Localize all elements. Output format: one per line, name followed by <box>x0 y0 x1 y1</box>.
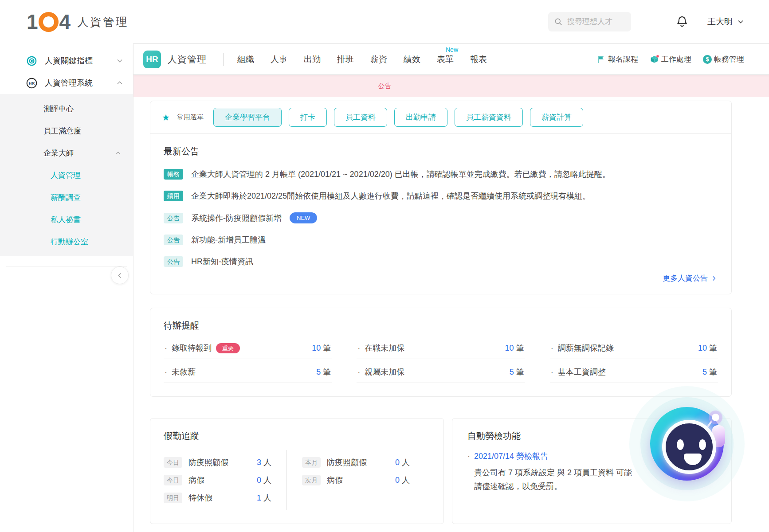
attendance-count[interactable]: 1 人 <box>257 493 271 503</box>
news-section: 最新公告 帳務 企業大師人資管理的 2 月帳單 (2021/01/21 ~ 20… <box>150 134 731 294</box>
bullet: · <box>551 344 553 353</box>
bell-icon[interactable] <box>675 15 689 29</box>
sidebar-item-hr-kpi[interactable]: 人資關鍵指標 <box>0 50 133 72</box>
news-badge-billing: 帳務 <box>164 169 183 180</box>
submenu-label: 測評中心 <box>43 104 74 114</box>
todo-count[interactable]: 5 筆 <box>702 367 717 377</box>
nav-item-performance[interactable]: 績效 <box>404 54 420 65</box>
nav-link-billing[interactable]: $ 帳務管理 <box>703 54 744 64</box>
navbar-title: 人資管理 <box>168 53 207 66</box>
news-title: 最新公告 <box>164 145 718 157</box>
attendance-col-month: 本月 防疫照顧假 0 人 次月 病假 0 人 <box>302 450 430 510</box>
nav-item-label: 表單 <box>437 55 454 64</box>
news-item: 續用 企業大師即將於2021/02/25開始依使用模組及人數進行收費，請點這裡，… <box>164 191 718 201</box>
submenu-group-enterprise-master[interactable]: 企業大師 <box>0 142 133 164</box>
attendance-row: 今日 防疫照顧假 3 人 <box>164 457 271 468</box>
submenu-item-private-secretary[interactable]: 私人祕書 <box>0 208 133 231</box>
todo-grid: · 錄取待報到 重要 10 筆 · 在職未加保 10 筆 · 調薪無調保記錄 1… <box>164 335 718 383</box>
quick-button-employee-salary[interactable]: 員工薪資資料 <box>455 108 523 127</box>
robot-antenna-ball <box>712 414 719 421</box>
todo-row: · 未敘薪 5 筆 <box>164 359 332 383</box>
attendance-label: 病假 <box>327 475 343 485</box>
todo-label: 調薪無調保記錄 <box>558 343 614 353</box>
month-tag: 次月 <box>302 475 321 485</box>
box-icon <box>650 55 659 64</box>
todo-label: 錄取待報到 <box>172 343 212 353</box>
nav-link-task-handling[interactable]: 工作處理 <box>650 54 691 64</box>
submenu-item-employee-satisfaction[interactable]: 員工滿意度 <box>0 120 133 142</box>
nav-item-payroll[interactable]: 薪資 <box>370 54 387 65</box>
bullet: · <box>357 368 360 377</box>
search-icon <box>554 17 563 26</box>
submenu-label: 薪酬調查 <box>51 192 81 203</box>
sidebar-collapse-button[interactable] <box>111 266 129 284</box>
nav-item-scheduling[interactable]: 排班 <box>337 54 354 65</box>
submenu-item-assessment-center[interactable]: 測評中心 <box>0 98 133 120</box>
sidebar-item-hr-system[interactable]: HR 人資管理系統 <box>0 72 133 94</box>
todo-count[interactable]: 10 筆 <box>312 343 331 353</box>
attendance-label: 防疫照顧假 <box>188 457 228 468</box>
todo-count[interactable]: 10 筆 <box>505 343 524 353</box>
chevron-up-icon <box>116 79 123 86</box>
hr-circle-icon: HR <box>26 77 38 89</box>
news-badge-notice: 公告 <box>164 213 183 223</box>
attendance-columns: 今日 防疫照顧假 3 人 今日 病假 0 人 明日 特休 <box>164 450 430 510</box>
more-announcements-link[interactable]: 更多人資公告 <box>663 273 717 283</box>
attendance-count[interactable]: 3 人 <box>257 457 271 468</box>
column-divider <box>286 450 287 510</box>
user-menu[interactable]: 王大明 <box>707 16 744 27</box>
logo-product-name: 人資管理 <box>77 15 129 29</box>
news-text[interactable]: 系統操作-防疫照顧假新增 <box>191 213 282 223</box>
quick-button-learning-platform[interactable]: 企業學習平台 <box>213 108 282 127</box>
nav-item-attendance[interactable]: 出勤 <box>304 54 321 65</box>
attendance-row: 次月 病假 0 人 <box>302 475 410 485</box>
news-text[interactable]: HR新知-疫情資訊 <box>191 256 253 267</box>
announcement-banner[interactable]: 公告 <box>133 75 769 97</box>
news-item: 公告 新功能-新增員工體溫 <box>164 235 718 245</box>
month-tag: 本月 <box>302 457 321 468</box>
todo-count[interactable]: 5 筆 <box>316 367 331 377</box>
day-tag: 今日 <box>164 475 182 485</box>
todo-row: · 在職未加保 10 筆 <box>357 335 525 359</box>
news-badge-notice: 公告 <box>164 235 183 245</box>
sidebar-item-label: 人資管理系統 <box>45 78 93 88</box>
logo-104[interactable]: 1 4 人資管理 <box>27 12 129 32</box>
target-icon <box>26 55 38 67</box>
search-box[interactable] <box>548 12 631 31</box>
quick-button-punch-clock[interactable]: 打卡 <box>289 108 327 127</box>
submenu-item-salary-survey[interactable]: 薪酬調查 <box>0 186 133 208</box>
quick-button-attendance-apply[interactable]: 出勤申請 <box>394 108 447 127</box>
nav-item-forms[interactable]: 表單 New <box>437 54 454 65</box>
submenu-item-hr-management[interactable]: 人資管理 <box>0 164 133 186</box>
submenu-item-mobile-office[interactable]: 行動辦公室 <box>0 231 133 253</box>
todo-count[interactable]: 5 筆 <box>510 367 524 377</box>
app-navbar: HR 人資管理 組織 人事 出勤 排班 薪資 績效 表單 New 報表 <box>133 44 769 75</box>
day-tag: 今日 <box>164 457 182 468</box>
important-badge: 重要 <box>216 343 240 353</box>
user-name: 王大明 <box>707 16 733 27</box>
assistant-robot[interactable] <box>625 377 758 515</box>
news-text[interactable]: 企業大師人資管理的 2 月帳單 (2021/01/21 ~ 2021/02/20… <box>191 169 610 180</box>
news-text[interactable]: 新功能-新增員工體溫 <box>191 235 266 245</box>
svg-text:HR: HR <box>29 81 35 86</box>
flag-icon <box>597 55 606 64</box>
logo-zero-icon <box>39 12 59 32</box>
nav-link-course-signup[interactable]: 報名課程 <box>597 54 638 64</box>
search-input[interactable] <box>566 17 625 27</box>
nav-link-label: 工作處理 <box>661 54 691 64</box>
quick-button-employee-data[interactable]: 員工資料 <box>334 108 387 127</box>
nav-item-personnel[interactable]: 人事 <box>271 54 287 65</box>
nav-item-organization[interactable]: 組織 <box>237 54 254 65</box>
nav-link-label: 報名課程 <box>608 54 638 64</box>
todo-count[interactable]: 10 筆 <box>698 343 717 353</box>
quick-button-salary-calc[interactable]: 薪資計算 <box>530 108 583 127</box>
attendance-card: 假勤追蹤 今日 防疫照顧假 3 人 今日 病假 0 人 <box>150 418 444 524</box>
attendance-count[interactable]: 0 人 <box>257 475 271 485</box>
attendance-count[interactable]: 0 人 <box>395 475 410 485</box>
nav-item-reports[interactable]: 報表 <box>470 54 487 65</box>
attendance-count[interactable]: 0 人 <box>395 457 410 468</box>
news-text[interactable]: 企業大師即將於2021/02/25開始依使用模組及人數進行收費，請點這裡，確認是… <box>191 191 590 201</box>
todo-row: · 親屬未加保 5 筆 <box>357 359 525 383</box>
navbar-links: 報名課程 工作處理 $ 帳務管理 <box>597 54 744 64</box>
news-card: ★ 常用選單 企業學習平台 打卡 員工資料 出勤申請 員工薪資資料 薪資計算 最… <box>150 101 732 294</box>
